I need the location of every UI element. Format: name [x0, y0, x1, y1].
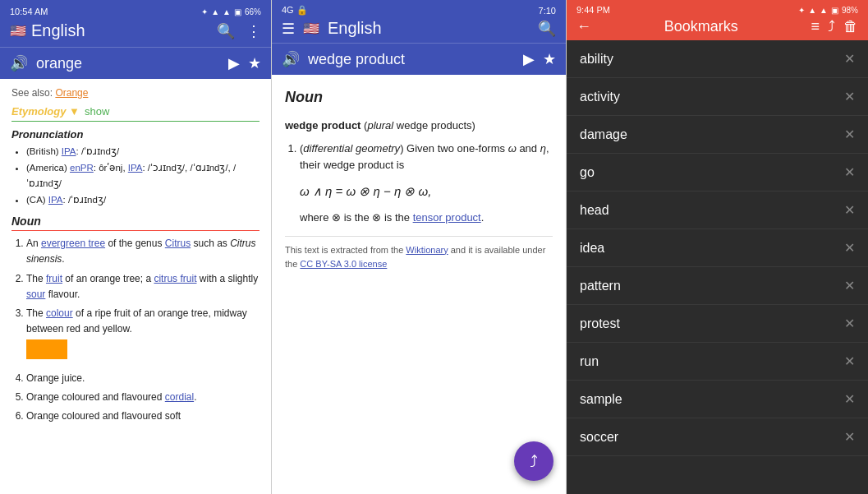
evergreen-link[interactable]: evergreen tree — [41, 238, 105, 249]
panel3-status-icons: ✦ ▲ ▲ ▣ 98% — [798, 5, 858, 15]
bookmark-label-go: go — [580, 165, 595, 180]
bookmark-label-run: run — [580, 354, 599, 369]
panel1-status-bar: 10:54 AM ✦ ▲ ▲ ▣ 66% — [10, 7, 261, 16]
tensor-product-link[interactable]: tensor product — [413, 211, 481, 224]
search-button-2[interactable]: 🔍 — [538, 20, 556, 38]
bookmark-item-soccer[interactable]: soccer ✕ — [567, 418, 868, 456]
panel1-header: 10:54 AM ✦ ▲ ▲ ▣ 66% 🇺🇸 English 🔍 ⋮ — [0, 0, 271, 47]
bookmark-label-pattern: pattern — [580, 279, 621, 293]
bookmark-item-damage[interactable]: damage ✕ — [567, 116, 868, 154]
pron-text-america: (America) enPR: ôrʹənj, IPA: /ˈɔɹɪndʒ/, … — [26, 163, 236, 189]
enpr-link[interactable]: enPR — [70, 163, 94, 173]
sour-link[interactable]: sour — [26, 289, 45, 300]
bookmark-close-damage[interactable]: ✕ — [844, 127, 855, 142]
bookmark-item-run[interactable]: run ✕ — [567, 343, 868, 381]
favorite-button[interactable]: ★ — [248, 54, 261, 72]
where-prefix: where ⊗ is the — [300, 211, 370, 224]
cordial-link[interactable]: cordial — [165, 391, 194, 403]
plural-label: plural — [367, 119, 393, 132]
bookmark-close-sample[interactable]: ✕ — [844, 391, 855, 407]
search-button[interactable]: 🔍 — [217, 22, 235, 40]
share-button[interactable]: ⤴ — [828, 18, 835, 35]
noun-def-1: An evergreen tree of the genus Citrus su… — [26, 236, 259, 267]
wifi-icon: ▲ — [211, 7, 219, 16]
panel2-title-row: ☰ 🇺🇸 English 🔍 — [282, 19, 556, 38]
bookmark-close-run[interactable]: ✕ — [844, 353, 855, 369]
audio-icon[interactable]: 🔊 — [10, 54, 28, 72]
hamburger-menu-button[interactable]: ☰ — [282, 20, 295, 38]
flag-icon-2: 🇺🇸 — [303, 21, 319, 36]
see-also-link[interactable]: Orange — [55, 87, 88, 99]
bookmark-close-protest[interactable]: ✕ — [844, 316, 855, 331]
share-fab-button[interactable]: ⤴ — [514, 441, 553, 481]
bookmark-item-idea[interactable]: idea ✕ — [567, 229, 868, 267]
signal-icon: ▲ — [223, 7, 231, 16]
bookmark-item-ability[interactable]: ability ✕ — [567, 40, 868, 78]
bookmarks-title: Bookmarks — [599, 18, 802, 35]
etymology-toggle[interactable]: show — [85, 105, 109, 118]
panel3-status-bar: 9:44 PM ✦ ▲ ▲ ▣ 98% — [576, 5, 858, 15]
noun-def-2: The fruit of an orange tree; a citrus fr… — [26, 271, 259, 302]
bookmark-item-go[interactable]: go ✕ — [567, 154, 868, 192]
panel1-action-icons: 🔍 ⋮ — [217, 22, 261, 40]
bookmark-close-ability[interactable]: ✕ — [844, 51, 855, 67]
bookmark-label-sample: sample — [580, 392, 622, 407]
noun-def-4: Orange juice. — [26, 371, 259, 386]
pron-item-ca: (CA) IPA: /ˈɒɹɪndʒ/ — [26, 192, 259, 209]
bookmark-close-soccer[interactable]: ✕ — [844, 429, 855, 445]
ipa-link-ca[interactable]: IPA — [48, 195, 63, 205]
def-term: wedge product — [285, 119, 361, 132]
noun-definitions-list: An evergreen tree of the genus Citrus su… — [11, 236, 259, 424]
back-button[interactable]: ← — [576, 18, 591, 35]
more-menu-button[interactable]: ⋮ — [246, 22, 261, 40]
play-button-2[interactable]: ▶ — [523, 50, 535, 68]
panel1-word: orange — [36, 55, 220, 72]
plural-word: wedge products — [397, 119, 472, 132]
bookmark-close-activity[interactable]: ✕ — [844, 89, 855, 104]
bookmark-item-sample[interactable]: sample ✕ — [567, 381, 868, 418]
favorite-button-2[interactable]: ★ — [543, 50, 556, 68]
cc-license-link[interactable]: CC BY-SA 3.0 license — [300, 259, 387, 269]
panel2-app-title: English — [328, 19, 530, 38]
noun-section-title: Noun — [11, 215, 259, 231]
bookmark-item-head[interactable]: head ✕ — [567, 192, 868, 229]
definitions-list-2: (differential geometry) Given two one-fo… — [285, 141, 553, 226]
bookmark-close-idea[interactable]: ✕ — [844, 240, 855, 256]
play-button[interactable]: ▶ — [228, 54, 240, 72]
bluetooth-icon: ✦ — [201, 7, 208, 16]
panel2-word-row: 🔊 wedge product ▶ ★ — [272, 43, 566, 75]
battery-icon: ▣ — [234, 7, 241, 16]
bookmark-item-protest[interactable]: protest ✕ — [567, 305, 868, 343]
fruit-link[interactable]: fruit — [46, 273, 62, 284]
pron-text-ca: (CA) IPA: /ˈɒɹɪndʒ/ — [26, 195, 106, 205]
colour-link[interactable]: colour — [46, 307, 73, 319]
bookmark-close-head[interactable]: ✕ — [844, 202, 855, 218]
bookmark-item-activity[interactable]: activity ✕ — [567, 78, 868, 116]
battery-icon-3: ▣ — [831, 6, 838, 15]
panel1-title-row: 🇺🇸 English 🔍 ⋮ — [10, 21, 261, 40]
panel2-header: 4G 🔒 7:10 ☰ 🇺🇸 English 🔍 — [272, 0, 566, 43]
panel3-header: 9:44 PM ✦ ▲ ▲ ▣ 98% ← Bookmarks ≡ ⤴ 🗑 — [567, 0, 868, 40]
bookmark-close-pattern[interactable]: ✕ — [844, 278, 855, 293]
sort-button[interactable]: ≡ — [811, 18, 820, 35]
panel1-content: See also: Orange Etymology ▼ show Pronun… — [0, 79, 271, 494]
wiktionary-link[interactable]: Wiktionary — [406, 245, 448, 255]
noun-def-3: The colour of a ripe fruit of an orange … — [26, 306, 259, 367]
ipa-link-america[interactable]: IPA — [128, 163, 143, 173]
ipa-link-british[interactable]: IPA — [62, 146, 76, 156]
audio-icon-2[interactable]: 🔊 — [282, 50, 300, 68]
def-item-1: (differential geometry) Given two one-fo… — [300, 141, 553, 226]
panel2-word: wedge product — [308, 51, 515, 68]
panel1-title-left: 🇺🇸 English — [10, 21, 85, 40]
bookmark-item-pattern[interactable]: pattern ✕ — [567, 267, 868, 305]
delete-button[interactable]: 🗑 — [843, 18, 858, 35]
citrus-link1[interactable]: Citrus — [165, 238, 191, 249]
pronunciation-list: (British) IPA: /ˈɒɹɪndʒ/ (America) enPR:… — [11, 144, 259, 208]
pronunciation-title: Pronunciation — [11, 128, 259, 141]
panel2-content: Noun wedge product (plural wedge product… — [272, 75, 566, 494]
noun-def-6: Orange coloured and flavoured soft — [26, 409, 259, 424]
bookmark-close-go[interactable]: ✕ — [844, 164, 855, 180]
citrus-fruit-link[interactable]: citrus fruit — [154, 273, 196, 284]
panel2-status-bar: 4G 🔒 7:10 — [282, 5, 556, 16]
battery-pct-3: 98% — [842, 6, 858, 15]
